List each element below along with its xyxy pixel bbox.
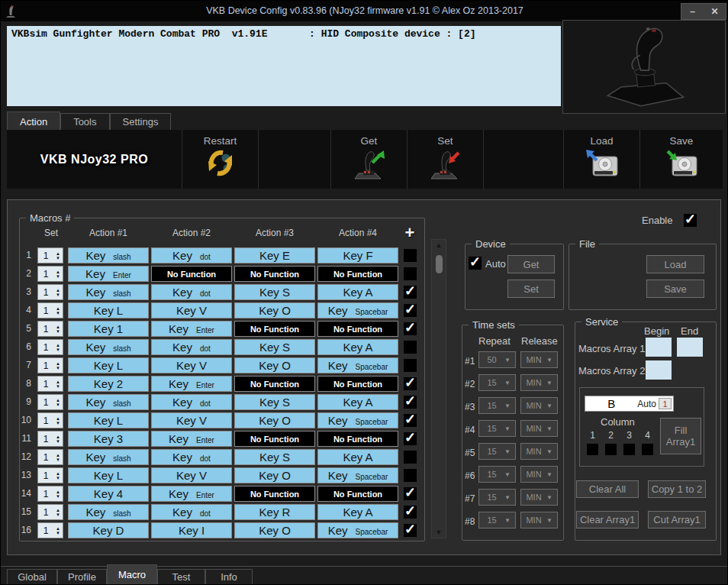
copy-1-to-2-button[interactable]: Copy 1 to 2 xyxy=(648,480,706,498)
fill-array1-button[interactable]: Fill Array1 xyxy=(660,418,701,454)
spinner-arrows-icon[interactable]: ▲▼ xyxy=(53,361,63,370)
action-cell-key[interactable]: Key O xyxy=(234,302,315,318)
clear-all-button[interactable]: Clear All xyxy=(576,480,639,498)
action-cell-key[interactable]: KeyEnter xyxy=(151,321,232,337)
column-checkbox[interactable] xyxy=(642,444,653,455)
spinner-arrows-icon[interactable]: ▲▼ xyxy=(53,380,63,389)
spinner-down-icon[interactable]: ▼ xyxy=(56,476,60,480)
action-cell-key[interactable]: Key 1 xyxy=(68,321,149,337)
macro-row-checkbox[interactable] xyxy=(404,304,417,317)
action-cell-key[interactable]: Key V xyxy=(151,302,232,318)
action-cell-key[interactable]: Key S xyxy=(234,339,315,355)
macro-row-checkbox[interactable] xyxy=(404,414,417,427)
array2-begin-field[interactable] xyxy=(646,360,672,380)
column-checkbox[interactable] xyxy=(587,444,598,455)
macro-scrollbar[interactable]: ▲ ▼ xyxy=(431,239,446,538)
spinner-arrows-icon[interactable]: ▲▼ xyxy=(53,306,63,315)
set-spinner[interactable]: 1▲▼ xyxy=(37,522,63,538)
tab-tools[interactable]: Tools xyxy=(60,113,109,130)
auto-fill-count[interactable]: 1 xyxy=(659,398,672,409)
action-cell-no-function[interactable]: No Function xyxy=(317,486,398,502)
auto-checkbox[interactable] xyxy=(469,257,482,270)
spinner-arrows-icon[interactable]: ▲▼ xyxy=(53,471,63,480)
load-button[interactable]: Load xyxy=(564,130,640,189)
action-cell-no-function[interactable]: No Function xyxy=(151,266,232,282)
action-cell-no-function[interactable]: No Function xyxy=(234,321,315,337)
macro-row-checkbox[interactable] xyxy=(404,267,417,280)
set-spinner[interactable]: 1▲▼ xyxy=(37,284,63,300)
file-load-button[interactable]: Load xyxy=(646,255,704,273)
spinner-arrows-icon[interactable]: ▲▼ xyxy=(53,288,63,297)
macro-row-checkbox[interactable] xyxy=(404,396,417,409)
action-cell-key[interactable]: Keydot xyxy=(151,247,232,263)
scroll-up-icon[interactable]: ▲ xyxy=(432,241,446,249)
set-spinner[interactable]: 1▲▼ xyxy=(37,266,63,282)
action-cell-key[interactable]: Key L xyxy=(68,412,149,428)
action-cell-key[interactable]: Key 3 xyxy=(68,431,149,447)
action-cell-key[interactable]: Keydot xyxy=(151,394,232,410)
action-cell-key[interactable]: Key 2 xyxy=(68,376,149,392)
spinner-arrows-icon[interactable]: ▲▼ xyxy=(53,251,63,260)
repeat-dropdown[interactable]: 15▼ xyxy=(478,397,516,414)
column-checkbox[interactable] xyxy=(605,444,617,455)
release-dropdown[interactable]: MIN▼ xyxy=(520,512,558,528)
release-dropdown[interactable]: MIN▼ xyxy=(520,489,558,506)
tab-profile[interactable]: Profile xyxy=(57,569,107,585)
action-cell-no-function[interactable]: No Function xyxy=(234,431,315,447)
set-spinner[interactable]: 1▲▼ xyxy=(37,247,63,263)
action-cell-key[interactable]: Key V xyxy=(151,357,232,373)
macro-row-checkbox[interactable] xyxy=(404,469,417,482)
minimize-button[interactable]: – xyxy=(681,4,704,19)
set-spinner[interactable]: 1▲▼ xyxy=(37,376,63,392)
spinner-down-icon[interactable]: ▼ xyxy=(56,274,60,279)
action-cell-key[interactable]: Keydot xyxy=(151,504,232,520)
release-dropdown[interactable]: MIN▼ xyxy=(520,397,558,414)
device-get-button[interactable]: Get xyxy=(507,255,555,273)
action-cell-key[interactable]: Key L xyxy=(68,357,149,373)
release-dropdown[interactable]: MIN▼ xyxy=(520,351,558,368)
spinner-down-icon[interactable]: ▼ xyxy=(56,457,60,462)
tab-action[interactable]: Action xyxy=(7,112,60,130)
action-cell-key[interactable]: Keyslash xyxy=(68,339,149,355)
set-spinner[interactable]: 1▲▼ xyxy=(37,449,63,465)
spinner-down-icon[interactable]: ▼ xyxy=(56,421,60,425)
file-save-button[interactable]: Save xyxy=(646,280,704,298)
action-cell-key[interactable]: KeySpacebar xyxy=(317,522,398,538)
action-cell-key[interactable]: Keyslash xyxy=(68,449,149,465)
column-checkbox[interactable] xyxy=(623,444,635,455)
set-spinner[interactable]: 1▲▼ xyxy=(37,321,63,337)
repeat-dropdown[interactable]: 15▼ xyxy=(478,466,516,483)
set-spinner[interactable]: 1▲▼ xyxy=(37,412,63,428)
action-cell-key[interactable]: Key V xyxy=(151,412,232,428)
action-cell-key[interactable]: Key O xyxy=(234,467,315,483)
set-button[interactable]: Set xyxy=(407,130,484,189)
set-spinner[interactable]: 1▲▼ xyxy=(37,394,63,410)
spinner-arrows-icon[interactable]: ▲▼ xyxy=(53,508,63,517)
macro-row-checkbox[interactable] xyxy=(404,524,417,537)
action-cell-key[interactable]: Key L xyxy=(68,467,149,483)
action-cell-key[interactable]: Key L xyxy=(68,302,149,318)
set-spinner[interactable]: 1▲▼ xyxy=(37,339,63,355)
macro-row-checkbox[interactable] xyxy=(404,451,417,464)
action-cell-no-function[interactable]: No Function xyxy=(317,321,398,337)
macro-row-checkbox[interactable] xyxy=(404,432,417,445)
action-cell-key[interactable]: Keyslash xyxy=(68,394,149,410)
macro-row-checkbox[interactable] xyxy=(404,286,417,299)
macro-row-checkbox[interactable] xyxy=(404,341,417,354)
action-cell-key[interactable]: Key E xyxy=(234,247,315,263)
action-cell-key[interactable]: Key R xyxy=(234,504,315,520)
action-cell-key[interactable]: Keyslash xyxy=(68,247,149,263)
release-dropdown[interactable]: MIN▼ xyxy=(520,420,558,437)
device-set-button[interactable]: Set xyxy=(507,280,555,298)
action-cell-key[interactable]: Keydot xyxy=(151,339,232,355)
action-cell-key[interactable]: KeyEnter xyxy=(151,486,232,502)
cut-array1-button[interactable]: Cut Array1 xyxy=(648,511,706,528)
action-cell-key[interactable]: Key S xyxy=(234,394,315,410)
tab-settings[interactable]: Settings xyxy=(110,113,172,130)
spinner-down-icon[interactable]: ▼ xyxy=(56,512,60,517)
action-cell-key[interactable]: KeyEnter xyxy=(151,376,232,392)
macro-row-checkbox[interactable] xyxy=(404,322,417,335)
action-cell-key[interactable]: Keydot xyxy=(151,284,232,300)
action-cell-key[interactable]: KeySpacebar xyxy=(317,357,398,373)
action-cell-key[interactable]: Key S xyxy=(234,449,315,465)
